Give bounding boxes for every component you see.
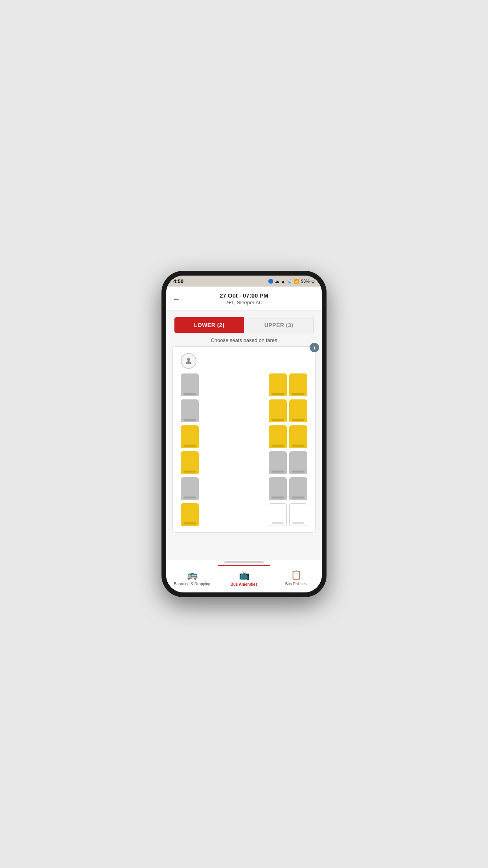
table-row <box>181 425 307 448</box>
seat[interactable] <box>269 503 287 526</box>
header-title: 27 Oct - 07:00 PM 2+1, Sleeper,AC <box>220 292 268 305</box>
status-icons: 🔵 ☁ ▲ 📡 📶 93% ⊙ <box>268 279 315 284</box>
right-seats <box>269 451 307 474</box>
phone-frame: 4:50 🔵 ☁ ▲ 📡 📶 93% ⊙ ← 27 Oct - 07:00 PM… <box>161 271 327 597</box>
right-seats <box>269 477 307 500</box>
boarding-label: Boarding & Dropping <box>174 582 211 586</box>
right-seats <box>269 399 307 422</box>
lower-deck-button[interactable]: LOWER (2) <box>174 317 244 333</box>
amenities-icon: 📺 <box>239 570 250 581</box>
deck-toggle: LOWER (2) UPPER (3) <box>174 317 314 333</box>
seat[interactable] <box>269 425 287 448</box>
trip-date: 27 Oct - 07:00 PM <box>220 292 268 299</box>
right-seats <box>269 373 307 396</box>
main-content: LOWER (2) UPPER (3) Choose seats based o… <box>166 311 322 560</box>
seat[interactable] <box>289 503 307 526</box>
seat[interactable] <box>181 451 199 474</box>
seat[interactable] <box>289 399 307 422</box>
back-button[interactable]: ← <box>172 294 180 303</box>
seat[interactable] <box>269 451 287 474</box>
upper-deck-button[interactable]: UPPER (3) <box>244 317 314 333</box>
svg-point-0 <box>187 358 190 361</box>
driver-icon <box>181 353 196 369</box>
left-seats <box>181 503 199 526</box>
fare-info-text: Choose seats based on fares <box>166 333 322 346</box>
info-icon[interactable]: i <box>310 343 319 352</box>
policies-icon: 📋 <box>291 570 301 580</box>
table-row <box>181 477 307 500</box>
status-time: 4:50 <box>173 278 183 284</box>
seat[interactable] <box>269 477 287 500</box>
seat[interactable] <box>289 477 307 500</box>
table-row <box>181 373 307 396</box>
seat[interactable] <box>181 477 199 500</box>
seat[interactable] <box>269 373 287 396</box>
seat[interactable] <box>181 399 199 422</box>
seat-grid <box>181 373 307 526</box>
home-indicator <box>224 561 264 563</box>
nav-boarding[interactable]: 🚌 Boarding & Dropping <box>166 565 218 592</box>
bus-type: 2+1, Sleeper,AC <box>220 300 268 305</box>
boarding-icon: 🚌 <box>187 570 198 580</box>
nav-policies[interactable]: 📋 Bus Policies <box>270 565 322 592</box>
seat[interactable] <box>181 425 199 448</box>
seat[interactable] <box>181 503 199 526</box>
bottom-nav: 🚌 Boarding & Dropping 📺 Bus Amenities 📋 … <box>166 565 322 592</box>
policies-label: Bus Policies <box>285 582 306 586</box>
seat[interactable] <box>181 373 199 396</box>
status-bar: 4:50 🔵 ☁ ▲ 📡 📶 93% ⊙ <box>166 276 322 287</box>
nav-amenities[interactable]: 📺 Bus Amenities <box>218 565 270 592</box>
table-row <box>181 451 307 474</box>
seat[interactable] <box>269 399 287 422</box>
seat-map-container: i <box>172 346 316 533</box>
left-seats <box>181 477 199 500</box>
seat[interactable] <box>289 373 307 396</box>
left-seats <box>181 425 199 448</box>
left-seats <box>181 373 199 396</box>
table-row <box>181 503 307 526</box>
page-header: ← 27 Oct - 07:00 PM 2+1, Sleeper,AC <box>166 287 322 311</box>
seat[interactable] <box>289 451 307 474</box>
left-seats <box>181 451 199 474</box>
table-row <box>181 399 307 422</box>
phone-screen: 4:50 🔵 ☁ ▲ 📡 📶 93% ⊙ ← 27 Oct - 07:00 PM… <box>166 276 322 592</box>
right-seats <box>269 425 307 448</box>
right-seats <box>269 503 307 526</box>
left-seats <box>181 399 199 422</box>
seat[interactable] <box>289 425 307 448</box>
amenities-label: Bus Amenities <box>230 582 257 587</box>
